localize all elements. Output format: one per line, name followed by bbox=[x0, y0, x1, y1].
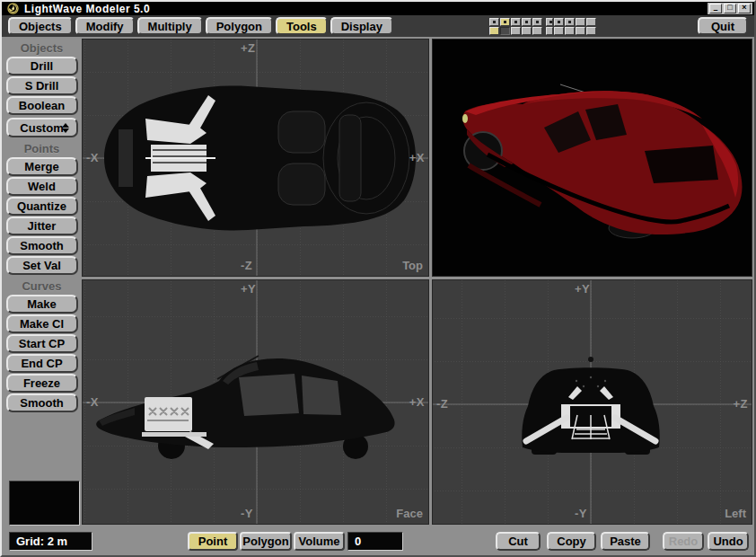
model-top-view bbox=[104, 86, 416, 231]
menu-display[interactable]: Display bbox=[330, 17, 393, 35]
top-view-canvas bbox=[83, 40, 428, 276]
cut-button[interactable]: Cut bbox=[496, 532, 541, 551]
layer-selector bbox=[489, 18, 602, 35]
layer-1-foreground-button[interactable] bbox=[489, 18, 499, 26]
lightwave-logo-icon bbox=[7, 3, 19, 14]
layer-9-foreground-button[interactable] bbox=[576, 18, 585, 26]
menu-objects[interactable]: Objects bbox=[8, 17, 73, 35]
layer-5-background-button[interactable] bbox=[532, 27, 542, 35]
copy-button[interactable]: Copy bbox=[547, 532, 596, 551]
close-button[interactable]: × bbox=[738, 4, 751, 13]
viewport-left[interactable]: +Y -Z +Z -Y Left bbox=[432, 279, 752, 525]
perspective-canvas bbox=[433, 40, 752, 276]
layer-preview bbox=[9, 481, 80, 526]
drill-button[interactable]: Drill bbox=[6, 57, 78, 75]
undo-button[interactable]: Undo bbox=[708, 532, 749, 551]
left-view-canvas bbox=[433, 280, 752, 524]
start-cp-button[interactable]: Start CP bbox=[6, 334, 78, 353]
layer-2-background-button[interactable] bbox=[500, 27, 510, 35]
layer-1-background-button[interactable] bbox=[489, 27, 499, 35]
merge-button[interactable]: Merge bbox=[6, 157, 78, 176]
layer-7-foreground-button[interactable] bbox=[554, 18, 564, 26]
tool-sidebar: Objects Drill S Drill Boolean Custom Poi… bbox=[2, 37, 82, 528]
viewport-name-left: Left bbox=[725, 507, 746, 520]
custom-dropdown[interactable]: Custom bbox=[6, 118, 78, 137]
s-drill-button[interactable]: S Drill bbox=[6, 76, 78, 95]
section-header-points: Points bbox=[2, 142, 82, 156]
app-window: LightWave Modeler 5.0 – □ × Objects Modi… bbox=[0, 0, 756, 557]
viewport-grid: +Z -X +X -Z Top bbox=[82, 39, 754, 526]
mode-point-button[interactable]: Point bbox=[188, 532, 238, 551]
layer-4-foreground-button[interactable] bbox=[522, 18, 532, 26]
make-button[interactable]: Make bbox=[6, 295, 78, 314]
layer-8-background-button[interactable] bbox=[565, 27, 575, 35]
viewport-face[interactable]: +Y -X +X -Y Face bbox=[82, 279, 429, 525]
custom-dropdown-label: Custom bbox=[20, 121, 63, 135]
layer-10-background-button[interactable] bbox=[586, 27, 596, 35]
layer-3-foreground-button[interactable] bbox=[511, 18, 521, 26]
weld-button[interactable]: Weld bbox=[6, 177, 78, 196]
dropdown-arrows-icon bbox=[62, 123, 70, 133]
viewport-name-face: Face bbox=[396, 507, 423, 520]
freeze-button[interactable]: Freeze bbox=[6, 374, 78, 393]
titlebar: LightWave Modeler 5.0 – □ × bbox=[2, 2, 754, 15]
layer-4-background-button[interactable] bbox=[522, 27, 532, 35]
smooth-points-button[interactable]: Smooth bbox=[6, 236, 78, 255]
selection-count-display: 0 bbox=[347, 532, 403, 551]
viewport-top[interactable]: +Z -X +X -Z Top bbox=[82, 39, 429, 277]
smooth-curves-button[interactable]: Smooth bbox=[6, 393, 78, 412]
layer-10-foreground-button[interactable] bbox=[586, 18, 596, 26]
menubar: Objects Modify Multiply Polygon Tools Di… bbox=[2, 15, 754, 37]
paste-button[interactable]: Paste bbox=[601, 532, 650, 551]
quit-button[interactable]: Quit bbox=[698, 17, 748, 35]
mode-volume-button[interactable]: Volume bbox=[294, 532, 345, 551]
quantize-button[interactable]: Quantize bbox=[6, 197, 78, 216]
boolean-button[interactable]: Boolean bbox=[6, 96, 78, 115]
layer-6-background-button[interactable] bbox=[546, 27, 553, 35]
layer-7-background-button[interactable] bbox=[554, 27, 564, 35]
minimize-button[interactable]: – bbox=[709, 4, 722, 13]
layer-9-background-button[interactable] bbox=[576, 27, 585, 35]
mode-polygon-button[interactable]: Polygon bbox=[240, 532, 292, 551]
make-cl-button[interactable]: Make Cl bbox=[6, 314, 78, 333]
maximize-button[interactable]: □ bbox=[724, 4, 736, 13]
layer-3-background-button[interactable] bbox=[511, 27, 521, 35]
layer-2-foreground-button[interactable] bbox=[500, 18, 510, 26]
viewport-name-top: Top bbox=[402, 259, 423, 272]
section-header-objects: Objects bbox=[2, 41, 82, 56]
window-title: LightWave Modeler 5.0 bbox=[24, 3, 150, 15]
section-header-curves: Curves bbox=[2, 279, 82, 294]
layer-8-foreground-button[interactable] bbox=[565, 18, 575, 26]
redo-button[interactable]: Redo bbox=[663, 532, 704, 551]
face-view-canvas bbox=[83, 280, 428, 524]
viewport-perspective[interactable] bbox=[432, 39, 752, 277]
main-area: Objects Drill S Drill Boolean Custom Poi… bbox=[2, 37, 754, 528]
menu-multiply[interactable]: Multiply bbox=[137, 17, 203, 35]
statusbar: Grid: 2 m Point Polygon Volume 0 Cut Cop… bbox=[2, 528, 754, 554]
menu-modify[interactable]: Modify bbox=[75, 17, 135, 35]
layer-6-foreground-button[interactable] bbox=[546, 18, 553, 26]
end-cp-button[interactable]: End CP bbox=[6, 354, 78, 373]
menu-polygon[interactable]: Polygon bbox=[206, 17, 273, 35]
grid-size-display: Grid: 2 m bbox=[9, 532, 92, 551]
jitter-button[interactable]: Jitter bbox=[6, 217, 78, 235]
set-val-button[interactable]: Set Val bbox=[6, 256, 78, 275]
window-controls: – □ × bbox=[708, 3, 752, 14]
layer-5-foreground-button[interactable] bbox=[532, 18, 542, 26]
menu-tools[interactable]: Tools bbox=[276, 17, 328, 35]
